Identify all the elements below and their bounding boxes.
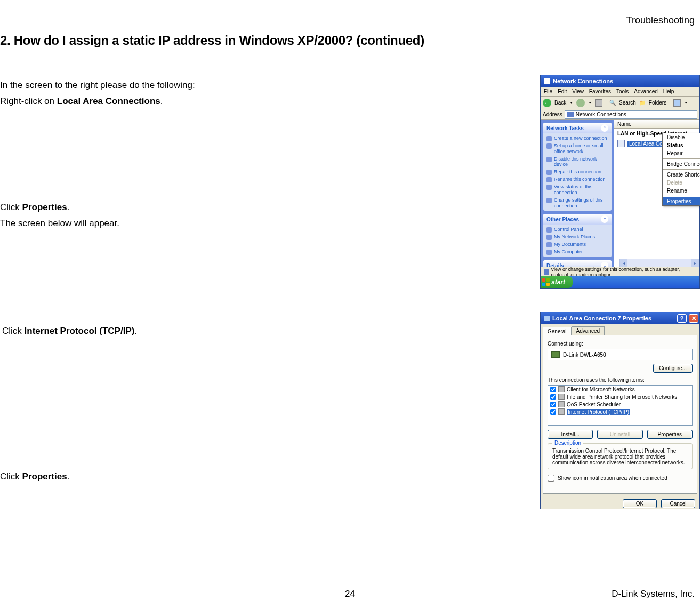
components-listbox[interactable]: Client for Microsoft Networks File and P… — [548, 385, 693, 426]
menu-item-disable[interactable]: Disable — [663, 133, 700, 141]
show-icon-checkbox[interactable] — [548, 475, 554, 482]
uses-items-label: This connection uses the following items… — [548, 377, 693, 383]
dialog-titlebar[interactable]: Local Area Connection 7 Properties ? ✕ — [541, 312, 699, 324]
checkbox[interactable] — [550, 387, 556, 392]
text: Click — [0, 202, 22, 212]
folders-label[interactable]: Folders — [649, 100, 666, 106]
separator — [606, 98, 606, 108]
scroll-right-icon[interactable]: ▸ — [691, 259, 699, 267]
place-icon — [546, 227, 552, 233]
connect-using-label: Connect using: — [548, 341, 693, 347]
show-icon-row[interactable]: Show icon in notification area when conn… — [548, 475, 693, 482]
component-icon — [558, 394, 565, 400]
menu-file[interactable]: File — [544, 89, 552, 94]
screenshot-network-connections: Network Connections File Edit View Favor… — [540, 75, 700, 289]
search-label[interactable]: Search — [619, 100, 636, 106]
views-dropdown-icon[interactable]: ▼ — [684, 101, 688, 105]
instruction-5: Click Internet Protocol (TCP/IP). — [2, 324, 137, 338]
menu-tools[interactable]: Tools — [616, 89, 629, 94]
text: . — [134, 326, 137, 336]
forward-icon[interactable] — [576, 99, 585, 107]
task-item[interactable]: Change settings of this connection — [546, 197, 608, 209]
ok-button[interactable]: OK — [623, 499, 657, 508]
menu-separator — [663, 158, 700, 159]
menu-edit[interactable]: Edit — [558, 89, 567, 94]
task-item[interactable]: Rename this connection — [546, 177, 608, 182]
task-item[interactable]: Repair this connection — [546, 169, 608, 175]
help-button[interactable]: ? — [677, 314, 687, 323]
views-icon[interactable] — [673, 99, 681, 107]
start-button[interactable]: start — [541, 276, 573, 288]
place-item[interactable]: My Documents — [546, 242, 608, 247]
address-label: Address — [543, 111, 562, 117]
text-bold: Local Area Connections — [57, 96, 160, 106]
menu-item-rename[interactable]: Rename — [663, 187, 700, 195]
chevron-up-icon[interactable]: ⌃ — [601, 215, 608, 223]
dialog-title: Local Area Connection 7 Properties — [552, 315, 651, 322]
task-icon — [546, 157, 552, 162]
task-icon — [546, 170, 552, 175]
task-item[interactable]: Disable this network device — [546, 156, 608, 168]
menu-item-status[interactable]: Status — [663, 141, 700, 149]
menu-item-bridge[interactable]: Bridge Connections — [663, 160, 700, 168]
back-label[interactable]: Back — [554, 100, 566, 106]
task-item[interactable]: Create a new connection — [546, 135, 608, 141]
task-label: Create a new connection — [554, 135, 607, 141]
configure-button[interactable]: Configure... — [653, 364, 693, 373]
search-icon[interactable]: 🔍 — [609, 100, 616, 106]
menu-item-repair[interactable]: Repair — [663, 149, 700, 157]
task-label: Set up a home or small office network — [554, 143, 608, 155]
start-label: start — [551, 278, 565, 286]
list-item[interactable]: Client for Microsoft Networks — [548, 386, 692, 393]
menu-separator — [663, 169, 700, 170]
connection-label: Local Area Con — [627, 141, 667, 147]
install-button[interactable]: Install... — [548, 430, 593, 439]
list-item[interactable]: File and Printer Sharing for Microsoft N… — [548, 393, 692, 400]
window-titlebar[interactable]: Network Connections — [541, 75, 699, 87]
windows-logo-icon — [542, 278, 550, 286]
checkbox[interactable] — [550, 409, 556, 415]
tab-advanced[interactable]: Advanced — [572, 326, 605, 335]
tab-general[interactable]: General — [543, 327, 572, 335]
panel-header[interactable]: Network Tasks⌃ — [543, 123, 612, 133]
back-icon[interactable]: ← — [543, 99, 551, 107]
up-icon[interactable] — [595, 99, 602, 107]
close-button[interactable]: ✕ — [689, 314, 698, 323]
cancel-button[interactable]: Cancel — [661, 499, 695, 508]
component-label: File and Printer Sharing for Microsoft N… — [567, 394, 677, 400]
task-icon — [546, 185, 552, 190]
menu-item-properties[interactable]: Properties — [663, 197, 700, 205]
task-label: Change settings of this connection — [554, 197, 608, 209]
task-item[interactable]: Set up a home or small office network — [546, 143, 608, 155]
panel-header[interactable]: Other Places⌃ — [543, 214, 612, 225]
instruction-4: The screen below will appear. — [0, 217, 119, 230]
properties-button[interactable]: Properties — [647, 430, 693, 439]
folders-icon[interactable]: 📁 — [639, 100, 646, 106]
menu-item-shortcut[interactable]: Create Shortcut — [663, 171, 700, 179]
horizontal-scrollbar[interactable]: ◂ ▸ — [619, 259, 699, 267]
menu-help[interactable]: Help — [663, 89, 674, 94]
column-header-name[interactable]: Name — [614, 120, 699, 129]
chevron-up-icon[interactable]: ⌃ — [601, 124, 608, 132]
checkbox[interactable] — [550, 394, 556, 400]
scroll-left-icon[interactable]: ◂ — [620, 259, 627, 267]
menu-favorites[interactable]: Favorites — [589, 89, 611, 94]
list-item-selected[interactable]: Internet Protocol (TCP/IP) — [548, 408, 692, 415]
menu-view[interactable]: View — [572, 89, 584, 94]
page-title: 2. How do I assign a static IP address i… — [0, 33, 424, 48]
back-dropdown-icon[interactable]: ▼ — [569, 101, 573, 105]
forward-dropdown-icon[interactable]: ▼ — [588, 101, 592, 105]
window-title: Network Connections — [553, 78, 613, 84]
dialog-icon — [544, 316, 550, 321]
list-item[interactable]: QoS Packet Scheduler — [548, 400, 692, 408]
place-item[interactable]: My Network Places — [546, 234, 608, 240]
place-item[interactable]: My Computer — [546, 249, 608, 255]
task-item[interactable]: View status of this connection — [546, 184, 608, 196]
instruction-6: Click Properties. — [0, 470, 69, 484]
text: . — [67, 471, 70, 482]
address-field[interactable]: Network Connections — [565, 110, 697, 119]
tab-bar: General Advanced — [543, 326, 697, 335]
menu-advanced[interactable]: Advanced — [634, 89, 657, 94]
place-item[interactable]: Control Panel — [546, 227, 608, 233]
checkbox[interactable] — [550, 402, 556, 407]
